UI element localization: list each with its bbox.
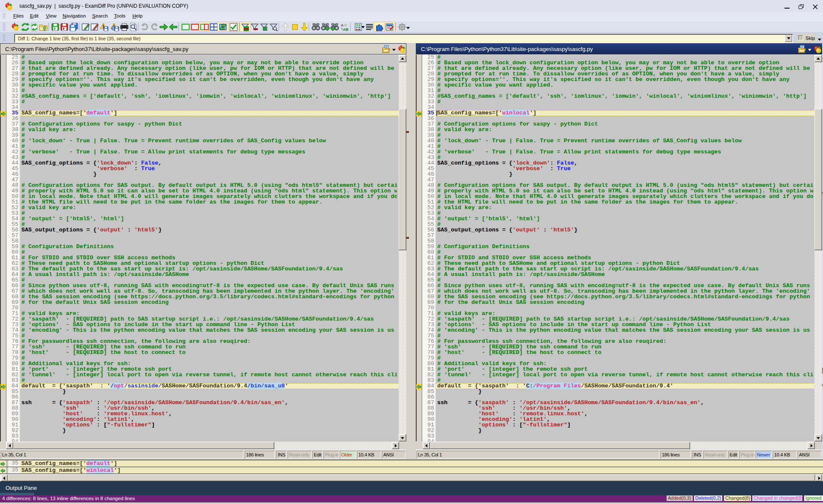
svg-text:AB: AB: [343, 27, 348, 31]
svg-text:A: A: [341, 23, 344, 27]
svg-text:B: B: [344, 23, 347, 27]
